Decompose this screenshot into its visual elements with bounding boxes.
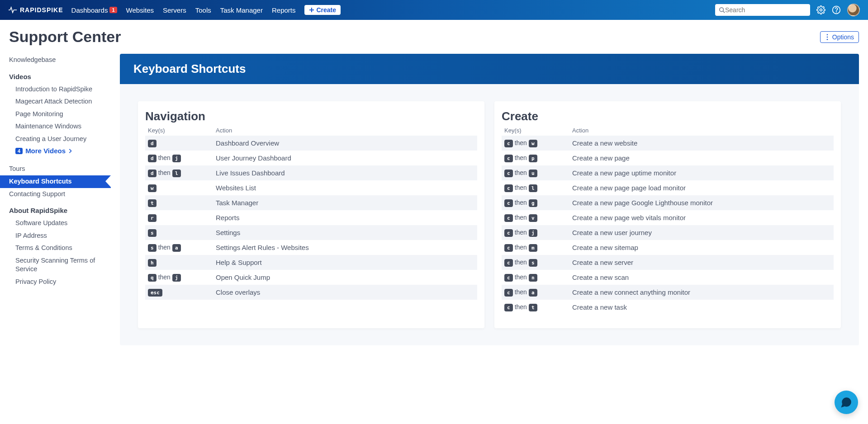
key-badge: c	[504, 244, 513, 252]
sidebar-item-knowledgebase[interactable]: Knowledgebase	[9, 54, 111, 66]
sidebar-item-privacy[interactable]: Privacy Policy	[9, 276, 111, 288]
sidebar-label: Tours	[9, 165, 25, 172]
sidebar-item-software-updates[interactable]: Software Updates	[9, 217, 111, 230]
then-separator: then	[515, 303, 527, 311]
key-badge: esc	[148, 289, 162, 297]
shortcut-keys: s	[145, 225, 213, 240]
shortcut-row: cthenwCreate a new website	[502, 136, 834, 151]
sidebar-item-terms[interactable]: Terms & Conditions	[9, 242, 111, 254]
create-button[interactable]: Create	[304, 5, 341, 15]
shortcut-keys: cthent	[502, 300, 569, 315]
nav-tools[interactable]: Tools	[195, 6, 211, 14]
shortcut-keys: cthenn	[502, 270, 569, 285]
key-badge: d	[148, 170, 157, 177]
nav-tools-label: Tools	[195, 6, 211, 14]
options-button[interactable]: Options	[820, 31, 859, 43]
shortcut-keys: qthenj	[145, 270, 213, 285]
sidebar-item-security-terms[interactable]: Security Scanning Terms of Service	[9, 254, 111, 276]
shortcut-row: cthenuCreate a new page uptime monitor	[502, 165, 834, 180]
key-badge: c	[504, 214, 513, 222]
key-badge: s	[529, 259, 537, 267]
shortcut-action: Create a new page web vitals monitor	[569, 210, 834, 225]
card-navigation: Navigation Key(s) Action dDashboard Over…	[138, 101, 484, 328]
key-badge: c	[504, 184, 513, 192]
col-action: Action	[569, 125, 834, 136]
sidebar-item-contacting-support[interactable]: Contacting Support	[9, 188, 111, 201]
create-button-label: Create	[316, 6, 336, 14]
then-separator: then	[515, 259, 527, 266]
help-icon[interactable]	[832, 5, 841, 14]
nav-task-manager-label: Task Manager	[220, 6, 263, 14]
shortcut-action: Settings	[213, 225, 477, 240]
sidebar-item-creating-journey[interactable]: Creating a User Journey	[9, 133, 111, 146]
then-separator: then	[515, 199, 527, 206]
settings-icon[interactable]	[816, 5, 825, 14]
key-badge: p	[529, 155, 537, 162]
shortcut-action: Create a new connect anything monitor	[569, 285, 834, 300]
brand-logo[interactable]: RAPIDSPIKE	[8, 6, 63, 14]
key-badge: q	[148, 274, 157, 282]
key-badge: g	[529, 199, 537, 207]
sidebar-item-magecart[interactable]: Magecart Attack Detection	[9, 95, 111, 108]
sidebar-item-page-monitoring[interactable]: Page Monitoring	[9, 108, 111, 121]
sidebar-label: Keyboard Shortcuts	[9, 178, 72, 185]
sidebar-item-maintenance[interactable]: Maintenance Windows	[9, 120, 111, 133]
key-badge: r	[148, 214, 157, 222]
svg-point-1	[820, 9, 822, 11]
shortcut-row: rReports	[145, 210, 477, 225]
key-badge: c	[504, 274, 513, 282]
shortcut-keys: esc	[145, 285, 213, 300]
nav-reports[interactable]: Reports	[272, 6, 296, 14]
shortcut-action: Create a new page	[569, 151, 834, 165]
key-badge: c	[504, 229, 513, 237]
search-icon	[719, 7, 725, 13]
page-title: Support Center	[9, 28, 121, 46]
search-box[interactable]	[715, 4, 810, 16]
nav-servers[interactable]: Servers	[163, 6, 186, 14]
shortcut-row: cthenpCreate a new page	[502, 151, 834, 165]
shortcut-keys: cthenm	[502, 240, 569, 255]
shortcut-action: Create a new page uptime monitor	[569, 165, 834, 180]
shortcut-row: cthengCreate a new page Google Lighthous…	[502, 195, 834, 210]
then-separator: then	[515, 139, 527, 146]
svg-point-3	[836, 12, 837, 12]
options-label: Options	[832, 33, 854, 41]
sidebar-more-videos[interactable]: 4 More Videos	[9, 145, 111, 156]
sidebar-item-intro[interactable]: Introduction to RapidSpike	[9, 83, 111, 96]
shortcut-keys: w	[145, 180, 213, 195]
sidebar: Knowledgebase Videos Introduction to Rap…	[9, 54, 111, 345]
plus-icon	[309, 7, 314, 13]
shortcut-action: Create a new user journey	[569, 225, 834, 240]
sidebar-item-tours[interactable]: Tours	[9, 163, 111, 175]
then-separator: then	[515, 169, 527, 176]
sidebar-label: Software Updates	[15, 219, 67, 226]
nav-links: Dashboards 1 Websites Servers Tools Task…	[71, 5, 341, 15]
pulse-icon	[8, 6, 17, 14]
sidebar-label: Knowledgebase	[9, 56, 56, 63]
shortcut-action: Help & Support	[213, 255, 477, 270]
then-separator: then	[158, 273, 171, 281]
shortcut-action: Create a new sitemap	[569, 240, 834, 255]
key-badge: d	[148, 140, 157, 147]
shortcut-row: cthenaCreate a new connect anything moni…	[502, 285, 834, 300]
then-separator: then	[515, 273, 527, 281]
shortcut-row: cthenlCreate a new page page load monito…	[502, 180, 834, 195]
sidebar-item-ip-address[interactable]: IP Address	[9, 230, 111, 242]
key-badge: l	[529, 184, 537, 192]
sidebar-item-keyboard-shortcuts[interactable]: Keyboard Shortcuts	[0, 175, 111, 188]
sidebar-section-about: About RapidSpike	[9, 207, 111, 214]
nav-dashboards[interactable]: Dashboards 1	[71, 6, 117, 14]
nav-task-manager[interactable]: Task Manager	[220, 6, 263, 14]
key-badge: h	[148, 259, 157, 267]
nav-websites[interactable]: Websites	[126, 6, 154, 14]
avatar[interactable]	[847, 4, 860, 16]
key-badge: c	[504, 170, 513, 177]
then-separator: then	[515, 214, 527, 221]
shortcut-row: dthenlLive Issues Dashboard	[145, 165, 477, 180]
shortcut-keys: cthenw	[502, 136, 569, 151]
nav-dashboards-label: Dashboards	[71, 6, 108, 14]
shortcut-keys: h	[145, 255, 213, 270]
sidebar-label: Magecart Attack Detection	[15, 98, 92, 105]
key-badge: v	[529, 214, 537, 222]
search-input[interactable]	[725, 6, 806, 14]
